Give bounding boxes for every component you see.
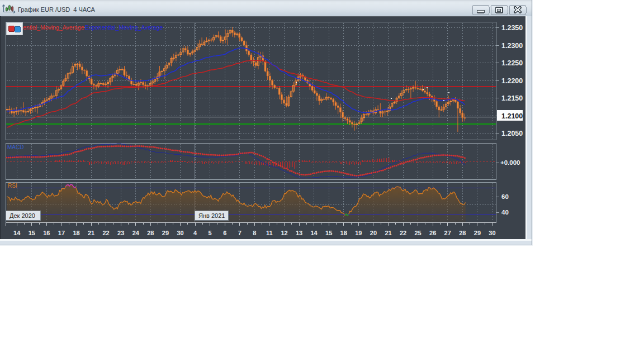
svg-text:30: 30 — [489, 230, 495, 236]
svg-text:19: 19 — [355, 230, 362, 236]
svg-text:20: 20 — [370, 230, 377, 236]
svg-text:1.2150: 1.2150 — [501, 94, 523, 102]
svg-text:Дек 2020: Дек 2020 — [10, 212, 35, 219]
svg-text:ential_Moving_Average: ential_Moving_Average — [23, 24, 84, 31]
svg-text:RSI: RSI — [8, 183, 17, 189]
svg-text:22: 22 — [102, 230, 109, 236]
svg-text:24: 24 — [132, 230, 140, 236]
svg-text:Exponential_Moving_Average: Exponential_Moving_Average — [85, 24, 163, 31]
svg-text:1.2100: 1.2100 — [501, 112, 523, 120]
svg-text:29: 29 — [162, 230, 169, 236]
svg-text:30: 30 — [177, 230, 183, 236]
svg-text:22: 22 — [400, 230, 406, 236]
svg-text:6: 6 — [223, 230, 226, 236]
svg-text:+0.000: +0.000 — [500, 159, 520, 166]
svg-text:17: 17 — [58, 230, 65, 236]
svg-text:15: 15 — [29, 230, 35, 236]
svg-text:5: 5 — [209, 230, 212, 236]
svg-text:28: 28 — [147, 230, 154, 236]
svg-text:Янв 2021: Янв 2021 — [198, 212, 225, 219]
svg-text:14: 14 — [13, 230, 21, 236]
svg-text:29: 29 — [474, 230, 481, 236]
svg-text:График EUR /USD 4 ЧАСА: График EUR /USD 4 ЧАСА — [18, 6, 96, 13]
svg-text:8: 8 — [253, 230, 256, 236]
svg-text:18: 18 — [73, 230, 79, 236]
svg-text:12: 12 — [281, 230, 287, 236]
svg-text:21: 21 — [385, 230, 391, 236]
svg-text:16: 16 — [43, 230, 50, 236]
svg-text:18: 18 — [340, 230, 347, 236]
svg-text:60: 60 — [501, 193, 509, 200]
svg-text:40: 40 — [501, 209, 509, 216]
svg-text:1.2250: 1.2250 — [501, 59, 523, 67]
svg-text:14: 14 — [310, 230, 318, 236]
svg-text:21: 21 — [88, 230, 94, 236]
svg-text:7: 7 — [238, 230, 242, 236]
svg-text:MACD: MACD — [7, 144, 23, 150]
svg-text:1.2350: 1.2350 — [501, 24, 523, 32]
svg-text:26: 26 — [429, 230, 436, 236]
svg-text:25: 25 — [414, 230, 421, 236]
svg-text:13: 13 — [296, 230, 302, 236]
svg-text:11: 11 — [266, 230, 273, 236]
svg-text:1.2200: 1.2200 — [501, 77, 523, 85]
svg-text:15: 15 — [325, 230, 332, 236]
svg-text:28: 28 — [459, 230, 466, 236]
svg-text:4: 4 — [193, 230, 197, 236]
svg-text:27: 27 — [444, 230, 451, 236]
svg-text:1.2300: 1.2300 — [501, 42, 523, 50]
svg-text:1.2050: 1.2050 — [501, 130, 523, 137]
svg-text:23: 23 — [117, 230, 124, 236]
